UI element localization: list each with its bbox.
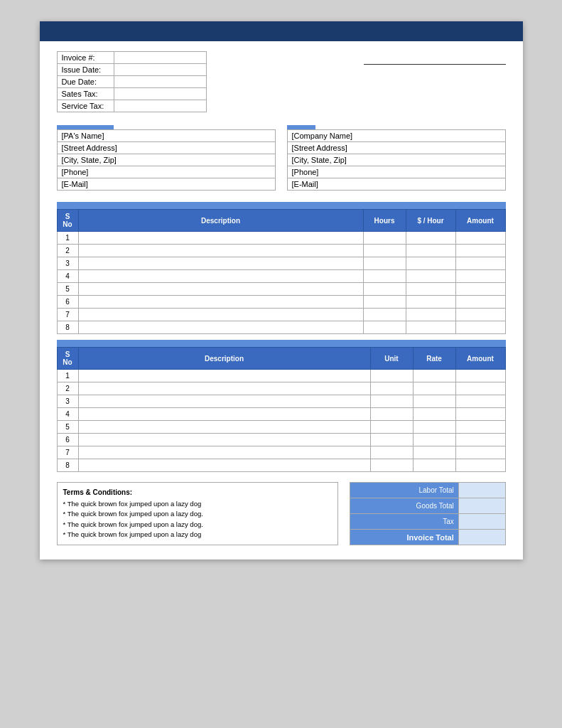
meta-value[interactable] <box>114 76 206 88</box>
mat-rate[interactable] <box>413 382 455 395</box>
materials-data-row: 2 <box>57 382 505 395</box>
labor-desc[interactable] <box>78 321 363 334</box>
mat-unit[interactable] <box>370 370 413 382</box>
labor-perhour[interactable] <box>406 232 455 245</box>
mat-desc[interactable] <box>78 421 370 434</box>
labor-desc[interactable] <box>78 309 363 321</box>
labor-hours[interactable] <box>363 283 406 296</box>
labor-perhour[interactable] <box>406 245 455 257</box>
mat-rate[interactable] <box>413 421 455 434</box>
mat-unit[interactable] <box>370 459 413 472</box>
mat-desc[interactable] <box>78 459 370 472</box>
from-row: [E-Mail] <box>57 178 275 191</box>
labor-data-row: 3 <box>57 257 505 270</box>
mat-amount[interactable] <box>455 446 505 459</box>
labor-data-row: 8 <box>57 321 505 334</box>
labor-amount[interactable] <box>455 309 505 321</box>
mat-sno: 4 <box>57 408 78 421</box>
from-row: [PA's Name] <box>57 130 275 142</box>
mat-amount[interactable] <box>455 434 505 446</box>
mat-rate[interactable] <box>413 434 455 446</box>
mat-desc[interactable] <box>78 446 370 459</box>
meta-value[interactable] <box>114 100 206 112</box>
total-label: Goods Total <box>350 498 458 514</box>
meta-value[interactable] <box>114 88 206 100</box>
meta-row: Service Tax: <box>57 100 206 112</box>
mat-desc[interactable] <box>78 434 370 446</box>
labor-perhour[interactable] <box>406 270 455 283</box>
mat-amount[interactable] <box>455 370 505 382</box>
mat-desc[interactable] <box>78 395 370 408</box>
mat-rate[interactable] <box>413 459 455 472</box>
labor-perhour[interactable] <box>406 321 455 334</box>
labor-data-row: 2 <box>57 245 505 257</box>
mat-rate[interactable] <box>413 395 455 408</box>
mat-rate[interactable] <box>413 370 455 382</box>
labor-perhour[interactable] <box>406 309 455 321</box>
totals-box: Labor TotalGoods TotalTaxInvoice Total <box>350 482 506 545</box>
mat-unit[interactable] <box>370 382 413 395</box>
meta-value[interactable] <box>114 52 206 64</box>
labor-amount[interactable] <box>455 283 505 296</box>
meta-label: Issue Date: <box>57 64 114 76</box>
labor-table-wrap: S No Description Hours $ / Hour Amount 1… <box>40 209 523 334</box>
mat-rate[interactable] <box>413 408 455 421</box>
total-value[interactable] <box>458 483 505 498</box>
materials-data-row: 8 <box>57 459 505 472</box>
mat-unit[interactable] <box>370 421 413 434</box>
labor-data-row: 6 <box>57 296 505 309</box>
mat-amount[interactable] <box>455 408 505 421</box>
header <box>40 21 523 41</box>
mat-amount[interactable] <box>455 382 505 395</box>
labor-desc[interactable] <box>78 232 363 245</box>
from-cell: [City, State, Zip] <box>57 154 275 166</box>
meta-row: Sates Tax: <box>57 88 206 100</box>
labor-desc[interactable] <box>78 270 363 283</box>
labor-amount[interactable] <box>455 257 505 270</box>
total-value[interactable] <box>458 514 505 530</box>
mat-unit[interactable] <box>370 434 413 446</box>
labor-hours[interactable] <box>363 257 406 270</box>
mat-sno: 2 <box>57 382 78 395</box>
labor-hours[interactable] <box>363 296 406 309</box>
labor-desc[interactable] <box>78 257 363 270</box>
labor-desc[interactable] <box>78 245 363 257</box>
labor-desc[interactable] <box>78 283 363 296</box>
mat-unit[interactable] <box>370 408 413 421</box>
labor-hours[interactable] <box>363 270 406 283</box>
labor-amount[interactable] <box>455 321 505 334</box>
meta-label: Service Tax: <box>57 100 114 112</box>
mat-desc[interactable] <box>78 408 370 421</box>
labor-amount[interactable] <box>455 232 505 245</box>
labor-perhour[interactable] <box>406 296 455 309</box>
to-row: [E-Mail] <box>287 178 505 191</box>
labor-hours[interactable] <box>363 321 406 334</box>
labor-perhour[interactable] <box>406 283 455 296</box>
mat-desc[interactable] <box>78 382 370 395</box>
totals-row: Tax <box>350 514 505 530</box>
labor-hours[interactable] <box>363 245 406 257</box>
mat-amount[interactable] <box>455 459 505 472</box>
labor-perhour[interactable] <box>406 257 455 270</box>
labor-hours[interactable] <box>363 309 406 321</box>
total-value[interactable] <box>458 530 505 545</box>
to-row: [Company Name] <box>287 130 505 142</box>
labor-hours[interactable] <box>363 232 406 245</box>
total-value[interactable] <box>458 498 505 514</box>
materials-table: S No Description Unit Rate Amount 123456… <box>57 347 506 472</box>
materials-data-row: 6 <box>57 434 505 446</box>
mat-unit[interactable] <box>370 446 413 459</box>
labor-amount[interactable] <box>455 296 505 309</box>
labor-desc[interactable] <box>78 296 363 309</box>
mat-amount[interactable] <box>455 395 505 408</box>
mat-amount[interactable] <box>455 421 505 434</box>
mat-unit[interactable] <box>370 395 413 408</box>
mat-rate[interactable] <box>413 446 455 459</box>
labor-amount[interactable] <box>455 245 505 257</box>
mat-col-sno: S No <box>57 348 78 370</box>
labor-data-row: 4 <box>57 270 505 283</box>
materials-data-row: 4 <box>57 408 505 421</box>
mat-desc[interactable] <box>78 370 370 382</box>
meta-value[interactable] <box>114 64 206 76</box>
labor-amount[interactable] <box>455 270 505 283</box>
